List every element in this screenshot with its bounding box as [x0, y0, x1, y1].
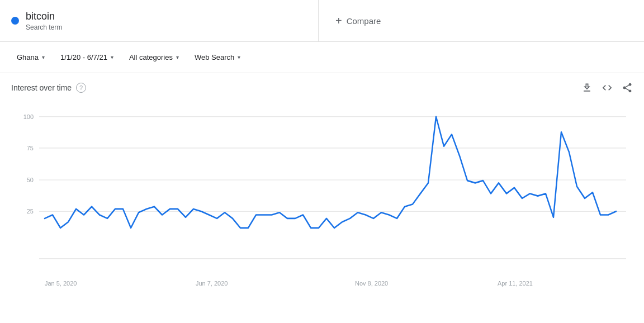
share-button[interactable]: [622, 82, 633, 93]
download-icon: [581, 82, 593, 93]
category-chevron-icon: ▾: [176, 54, 179, 60]
embed-icon: [602, 82, 613, 93]
compare-button[interactable]: + Compare: [335, 15, 381, 27]
search-term-label: Search term: [26, 23, 62, 31]
plus-icon: +: [335, 15, 342, 27]
svg-text:Apr 11, 2021: Apr 11, 2021: [498, 279, 533, 286]
filters-bar: Ghana ▾ 1/1/20 - 6/7/21 ▾ All categories…: [0, 42, 644, 73]
svg-text:75: 75: [27, 145, 34, 151]
help-icon[interactable]: ?: [76, 83, 86, 93]
chart-title: Interest over time: [11, 83, 72, 92]
chart-title-group: Interest over time ?: [11, 83, 86, 93]
svg-text:25: 25: [27, 208, 34, 215]
category-dropdown[interactable]: All categories ▾: [124, 50, 184, 65]
search-term-block: bitcoin Search term: [0, 0, 319, 41]
chart-actions: [581, 82, 633, 93]
region-chevron-icon: ▾: [42, 54, 45, 60]
search-type-chevron-icon: ▾: [238, 54, 240, 60]
search-term-dot: [11, 17, 19, 25]
chart-container: 100 75 50 25 Jan 5, 2020 Jun 7, 2020 Nov…: [11, 99, 633, 300]
region-dropdown[interactable]: Ghana ▾: [11, 50, 50, 65]
svg-text:Jun 7, 2020: Jun 7, 2020: [196, 279, 228, 286]
search-term-name: bitcoin: [26, 11, 62, 22]
chart-header: Interest over time ?: [11, 82, 633, 93]
download-button[interactable]: [581, 82, 593, 93]
date-chevron-icon: ▾: [111, 54, 113, 60]
trend-chart: 100 75 50 25 Jan 5, 2020 Jun 7, 2020 Nov…: [11, 99, 633, 300]
search-type-label: Web Search: [195, 53, 234, 61]
compare-label: Compare: [347, 16, 381, 26]
header: bitcoin Search term + Compare: [0, 0, 644, 42]
region-label: Ghana: [17, 53, 39, 61]
search-term-text: bitcoin Search term: [26, 11, 62, 31]
svg-text:Nov 8, 2020: Nov 8, 2020: [355, 279, 388, 286]
svg-text:100: 100: [23, 113, 34, 120]
category-label: All categories: [129, 53, 173, 61]
date-range-dropdown[interactable]: 1/1/20 - 6/7/21 ▾: [55, 50, 119, 65]
svg-text:Jan 5, 2020: Jan 5, 2020: [45, 279, 77, 286]
chart-section: Interest over time ?: [0, 73, 644, 300]
svg-text:50: 50: [27, 177, 34, 183]
share-icon: [622, 82, 633, 93]
search-type-dropdown[interactable]: Web Search ▾: [189, 50, 246, 65]
compare-block: + Compare: [319, 0, 644, 41]
embed-button[interactable]: [602, 82, 613, 93]
date-range-label: 1/1/20 - 6/7/21: [60, 53, 107, 61]
